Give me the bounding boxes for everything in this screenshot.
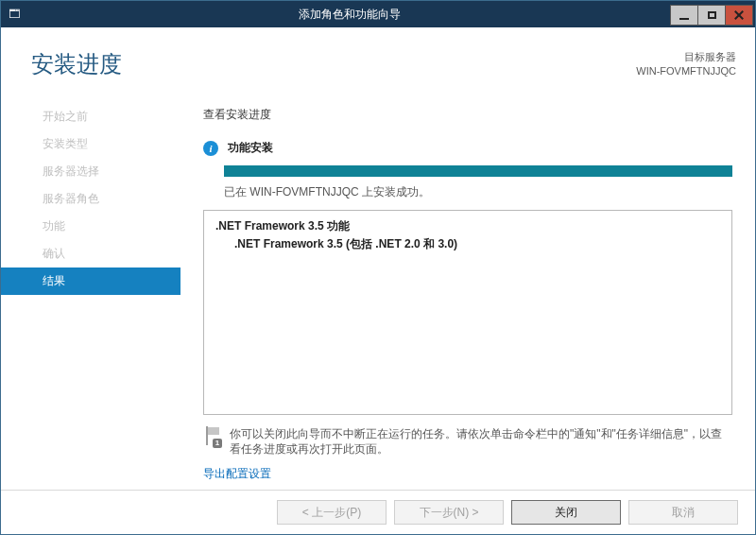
content-area: 查看安装进度 i 功能安装 已在 WIN-FOVMFTNJJQC 上安装成功。 … (180, 101, 755, 490)
sidebar-item-features: 功能 (1, 213, 180, 240)
export-config-link[interactable]: 导出配置设置 (203, 466, 732, 482)
result-line-1: .NET Framework 3.5 功能 (215, 218, 720, 234)
destination-label: 目标服务器 (636, 50, 736, 64)
app-icon: 🗔 (1, 8, 27, 21)
progress-bar (224, 165, 732, 177)
sidebar-item-installation-type: 安装类型 (1, 130, 180, 158)
window-buttons (671, 5, 753, 24)
result-box: .NET Framework 3.5 功能 .NET Framework 3.5… (203, 210, 732, 415)
info-icon: i (203, 141, 218, 156)
close-button[interactable]: 关闭 (511, 500, 621, 525)
wizard-sidebar: 开始之前 安装类型 服务器选择 服务器角色 功能 确认 结果 (1, 101, 180, 490)
progress-message: 已在 WIN-FOVMFTNJJQC 上安装成功。 (224, 184, 732, 200)
flag-icon: 1 (203, 426, 220, 447)
window-title: 添加角色和功能向导 (27, 7, 671, 23)
result-line-2: .NET Framework 3.5 (包括 .NET 2.0 和 3.0) (215, 236, 720, 252)
footer: < 上一步(P) 下一步(N) > 关闭 取消 (1, 490, 755, 534)
hint-text: 你可以关闭此向导而不中断正在运行的任务。请依次单击命令栏中的"通知"和"任务详细… (230, 426, 732, 457)
wizard-body: 安装进度 目标服务器 WIN-FOVMFTNJJQC 开始之前 安装类型 服务器… (1, 27, 755, 534)
hint-row: 1 你可以关闭此向导而不中断正在运行的任务。请依次单击命令栏中的"通知"和"任务… (203, 426, 732, 457)
sidebar-item-server-selection: 服务器选择 (1, 158, 180, 185)
cancel-button: 取消 (628, 500, 738, 525)
header-row: 安装进度 目标服务器 WIN-FOVMFTNJJQC (1, 27, 755, 101)
close-window-button[interactable] (725, 5, 753, 26)
wizard-window: 🗔 添加角色和功能向导 安装进度 目标服务器 WIN-FOVMFTNJJQC 开… (0, 0, 756, 535)
next-button: 下一步(N) > (394, 500, 504, 525)
sidebar-item-results[interactable]: 结果 (1, 268, 180, 295)
main-row: 开始之前 安装类型 服务器选择 服务器角色 功能 确认 结果 查看安装进度 i … (1, 101, 755, 490)
info-row: i 功能安装 (203, 140, 732, 156)
minimize-button[interactable] (670, 5, 698, 26)
destination-info: 目标服务器 WIN-FOVMFTNJJQC (636, 50, 736, 78)
maximize-button[interactable] (697, 5, 726, 26)
destination-value: WIN-FOVMFTNJJQC (636, 64, 736, 78)
sub-heading: 查看安装进度 (203, 107, 732, 123)
sidebar-item-before-you-begin: 开始之前 (1, 103, 180, 130)
info-label: 功能安装 (228, 140, 273, 156)
titlebar: 🗔 添加角色和功能向导 (1, 1, 755, 27)
previous-button: < 上一步(P) (277, 500, 387, 525)
sidebar-item-server-roles: 服务器角色 (1, 185, 180, 213)
sidebar-item-confirmation: 确认 (1, 240, 180, 268)
flag-badge: 1 (213, 439, 222, 448)
page-title: 安装进度 (31, 49, 636, 79)
